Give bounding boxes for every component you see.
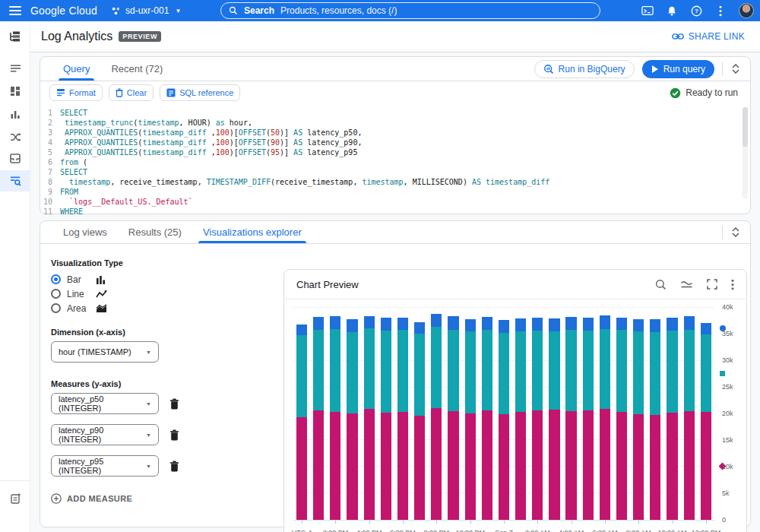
radio-icon-checked (51, 274, 61, 284)
menu-icon[interactable] (9, 6, 21, 15)
chart-zoom-icon[interactable] (655, 279, 667, 290)
stacked-bar[interactable] (667, 308, 677, 520)
tab-visualizations-explorer[interactable]: Visualizations explorer (192, 221, 312, 243)
bar-segment-latency_p95 (381, 318, 391, 331)
stacked-bar[interactable] (414, 308, 425, 520)
run-query-button[interactable]: Run query (642, 60, 714, 78)
run-in-bigquery-button[interactable]: Run in BigQuery (534, 60, 635, 78)
delete-measure-icon[interactable] (169, 461, 179, 472)
chart-smoothing-icon[interactable] (680, 280, 693, 289)
sidebar-item-logs-router[interactable] (0, 126, 30, 147)
search-input[interactable]: Search Products, resources, docs (/) (220, 2, 600, 19)
stacked-bar[interactable] (565, 308, 576, 520)
chevron-up-icon (732, 227, 739, 232)
stacked-bar[interactable] (330, 308, 340, 520)
stacked-bar[interactable] (600, 308, 610, 520)
stacked-bar[interactable] (633, 308, 644, 520)
tab-query[interactable]: Query (52, 57, 100, 81)
tab-results[interactable]: Results (25) (118, 221, 192, 243)
sidebar-item-log-storage[interactable] (0, 147, 30, 169)
sidebar-item-log-analytics[interactable] (0, 170, 30, 192)
stacked-bar[interactable] (532, 308, 543, 520)
stacked-bar[interactable] (499, 308, 509, 520)
sidebar-item-log-metrics[interactable] (0, 103, 30, 125)
stacked-bar[interactable] (431, 308, 442, 520)
bar-segment-latency_p95 (313, 317, 324, 330)
google-cloud-logo[interactable]: Google Cloud (30, 5, 97, 17)
bar-slot (563, 308, 580, 520)
collapse-panel-control[interactable] (730, 226, 741, 239)
sidebar-item-logs-explorer[interactable] (0, 58, 30, 79)
bar-segment-latency_p50 (565, 411, 576, 520)
stacked-bar[interactable] (616, 308, 627, 520)
stacked-bar[interactable] (364, 308, 375, 520)
bar-segment-latency_p95 (296, 325, 307, 335)
router-shuffle-icon (10, 132, 21, 142)
stacked-bar[interactable] (650, 308, 660, 520)
stacked-bar[interactable] (482, 308, 492, 520)
notifications-bell-icon[interactable] (666, 5, 678, 17)
y-axis-label: 35k (722, 330, 733, 337)
viz-type-area-radio[interactable]: Area (51, 301, 279, 315)
measure-select-1[interactable]: latency_p50 (INTEGER) ▼ (51, 393, 159, 414)
divider (722, 226, 723, 239)
measure-select-2[interactable]: latency_p90 (INTEGER) ▼ (51, 424, 159, 445)
x-axis-tick (605, 521, 606, 524)
top-app-bar: Google Cloud sd-uxr-001 ▼ Search Product… (0, 0, 760, 21)
sql-reference-button[interactable]: SQL reference (160, 84, 240, 101)
stacked-bar[interactable] (465, 308, 476, 520)
tab-recent[interactable]: Recent (72) (100, 57, 173, 81)
chart-plot[interactable] (293, 308, 714, 521)
stacked-bar[interactable] (448, 308, 458, 520)
stacked-bar[interactable] (701, 308, 711, 520)
chart-more-options-icon[interactable] (731, 279, 734, 290)
bar-segment-latency_p90 (397, 330, 408, 412)
tab-log-views[interactable]: Log views (52, 221, 118, 243)
help-icon[interactable]: ? (690, 5, 702, 17)
more-options-icon[interactable] (714, 5, 727, 17)
bar-slot (344, 308, 360, 520)
bar-segment-latency_p90 (431, 327, 442, 408)
bar-segment-latency_p50 (347, 413, 357, 520)
chart-header: Chart Preview (284, 270, 746, 299)
viz-type-line-radio[interactable]: Line (51, 287, 279, 301)
x-axis-label: Sep 7 (495, 529, 513, 532)
code-text: APPROX_QUANTILES(timestamp_diff ,100)[OF… (60, 147, 357, 157)
editor-scrollbar[interactable] (743, 107, 748, 198)
stacked-bar[interactable] (381, 308, 391, 520)
sql-line: 6from ( (40, 157, 750, 167)
stacked-bar[interactable] (515, 308, 526, 520)
collapse-panel-control[interactable] (730, 62, 741, 75)
sidebar-item-release-notes[interactable] (0, 488, 30, 509)
stacked-bar[interactable] (296, 308, 307, 520)
project-selector[interactable]: sd-uxr-001 ▼ (111, 5, 181, 16)
sql-line: 7SELECT (40, 167, 750, 177)
measure-select-3[interactable]: latency_p95 (INTEGER) ▼ (51, 455, 159, 477)
fullscreen-icon[interactable] (707, 279, 717, 290)
avatar[interactable] (739, 3, 754, 18)
logging-product-icon[interactable] (0, 21, 30, 52)
add-measure-button[interactable]: ADD MEASURE (51, 493, 279, 504)
clear-button[interactable]: Clear (109, 84, 154, 101)
stacked-bar[interactable] (313, 308, 324, 520)
share-link-label: SHARE LINK (689, 31, 745, 42)
delete-measure-icon[interactable] (169, 429, 179, 441)
share-link-button[interactable]: SHARE LINK (672, 31, 745, 42)
bar-segment-latency_p50 (381, 413, 391, 520)
stacked-bar[interactable] (684, 308, 695, 520)
delete-measure-icon[interactable] (169, 398, 179, 410)
stacked-bar[interactable] (583, 308, 594, 520)
stacked-bar[interactable] (397, 308, 408, 520)
line-number: 11 (40, 207, 60, 217)
sidebar-item-logs-dashboard[interactable] (0, 81, 30, 102)
viz-type-bar-radio[interactable]: Bar (51, 272, 279, 287)
stacked-bar[interactable] (347, 308, 357, 520)
sql-editor[interactable]: 1SELECT2 timestamp_trunc(timestamp, HOUR… (40, 104, 750, 217)
dimension-select[interactable]: hour (TIMESTAMP) ▼ (51, 341, 159, 363)
y-axis-label: 25k (722, 383, 733, 391)
stacked-bar[interactable] (549, 308, 559, 520)
cloud-shell-icon[interactable] (641, 5, 654, 17)
bar-segment-latency_p90 (296, 335, 307, 418)
format-button[interactable]: Format (49, 84, 103, 101)
bar-slot (394, 308, 411, 520)
